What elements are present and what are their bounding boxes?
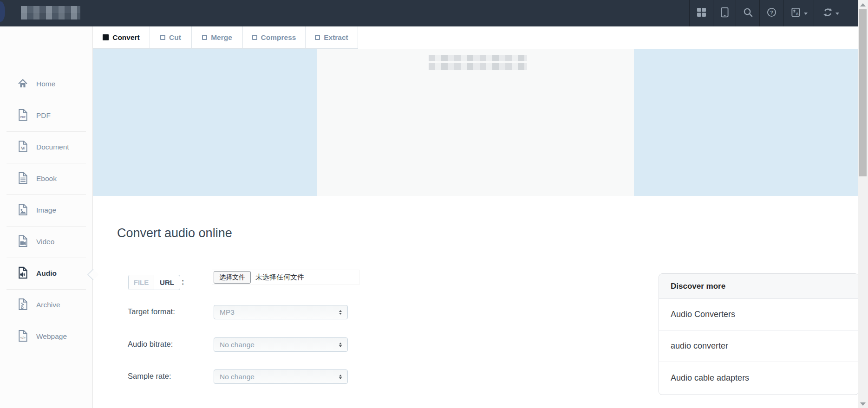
url-tab-button[interactable]: URL — [154, 275, 180, 290]
discover-more-panel: Discover more Audio Converters audio con… — [659, 273, 859, 395]
file-archive-icon — [17, 298, 28, 312]
sidebar-item-webpage[interactable]: </> Webpage — [0, 321, 92, 352]
sidebar-item-label: Webpage — [36, 332, 67, 341]
select-stepper-icon — [339, 310, 342, 315]
tab-compress[interactable]: Compress — [243, 26, 306, 49]
topbar-nav: ? A — [689, 0, 848, 26]
sidebar-item-label: Archive — [36, 301, 60, 309]
apps-grid-icon — [697, 7, 706, 19]
sidebar-item-audio[interactable]: Audio — [0, 258, 92, 289]
action-tabs: Convert Cut Merge Compress Extract — [93, 26, 358, 49]
audio-bitrate-label: Audio bitrate: — [128, 340, 173, 349]
scroll-up-arrow-icon[interactable] — [860, 3, 866, 6]
sidebar-item-label: Home — [36, 80, 55, 88]
language-icon: A — [790, 7, 801, 19]
scrollbar-thumb[interactable] — [859, 9, 867, 176]
tab-merge[interactable]: Merge — [192, 26, 243, 49]
file-input[interactable]: 选择文件 未选择任何文件 — [212, 270, 359, 285]
sample-rate-label: Sample rate: — [128, 372, 171, 381]
sidebar-item-label: Audio — [36, 269, 57, 278]
sidebar-item-document[interactable]: W Document — [0, 131, 92, 163]
audio-bitrate-select[interactable]: No change — [214, 337, 348, 352]
discover-more-title: Discover more — [659, 274, 858, 299]
file-status-text: 未选择任何文件 — [255, 273, 304, 282]
site-logo[interactable] — [21, 6, 80, 19]
blurred-ad-text — [429, 55, 527, 70]
sidebar: Home PDF PDF W Document Ebook Image — [0, 26, 93, 408]
mobile-device-icon — [721, 7, 729, 19]
tab-label: Convert — [112, 33, 140, 42]
file-pdf-icon: PDF — [17, 109, 28, 123]
help-icon: ? — [767, 7, 777, 19]
checkbox-empty-icon — [252, 35, 257, 40]
mobile-device-button[interactable] — [713, 0, 736, 26]
file-audio-icon — [17, 266, 28, 281]
choose-file-button[interactable]: 选择文件 — [214, 271, 251, 284]
file-video-icon — [17, 235, 28, 249]
vertical-scrollbar[interactable] — [858, 0, 868, 408]
checkbox-empty-icon — [202, 35, 207, 40]
search-icon — [743, 7, 753, 19]
target-format-label: Target format: — [128, 307, 175, 316]
tab-label: Merge — [211, 33, 232, 42]
sidebar-item-label: Image — [36, 206, 56, 214]
page-title: Convert audio online — [117, 226, 232, 240]
refresh-menu-button[interactable] — [814, 0, 848, 26]
discover-link-audio-cable-adapters[interactable]: Audio cable adapters — [659, 362, 858, 394]
toggle-colon: : — [182, 278, 184, 286]
svg-text:W: W — [21, 146, 26, 151]
sidebar-item-label: Document — [36, 143, 69, 151]
apps-grid-button[interactable] — [689, 0, 713, 26]
svg-text:A: A — [796, 12, 799, 16]
sidebar-item-home[interactable]: Home — [0, 68, 92, 100]
sidebar-item-archive[interactable]: Archive — [0, 289, 92, 321]
ad-banner-area — [93, 49, 858, 196]
refresh-icon — [823, 7, 833, 19]
logo-edge-decoration — [0, 1, 5, 22]
discover-link-audio-converter[interactable]: audio converter — [659, 330, 858, 362]
ad-banner-left — [93, 49, 317, 196]
source-toggle: FILE URL — [128, 275, 180, 290]
svg-text:PDF: PDF — [20, 115, 26, 118]
sidebar-item-label: Video — [36, 238, 54, 246]
sidebar-item-video[interactable]: Video — [0, 226, 92, 258]
checkbox-empty-icon — [160, 35, 165, 40]
sidebar-item-ebook[interactable]: Ebook — [0, 163, 92, 194]
file-tab-button[interactable]: FILE — [129, 275, 154, 290]
search-button[interactable] — [736, 0, 759, 26]
select-value: No change — [220, 373, 255, 381]
select-value: No change — [220, 341, 255, 349]
target-format-select[interactable]: MP3 — [214, 305, 348, 319]
sidebar-item-pdf[interactable]: PDF PDF — [0, 100, 92, 131]
language-menu-button[interactable]: A — [783, 0, 814, 26]
sidebar-item-image[interactable]: Image — [0, 194, 92, 226]
checkbox-empty-icon — [315, 35, 320, 40]
select-stepper-icon — [339, 375, 342, 379]
svg-text:?: ? — [770, 10, 773, 15]
file-code-icon: </> — [17, 330, 28, 344]
topbar: ? A — [0, 0, 858, 26]
scroll-down-arrow-icon[interactable] — [860, 402, 866, 406]
discover-link-audio-converters[interactable]: Audio Converters — [659, 299, 858, 330]
sidebar-item-label: Ebook — [36, 175, 57, 183]
caret-down-icon — [835, 13, 839, 17]
tab-cut[interactable]: Cut — [150, 26, 192, 49]
sidebar-item-label: PDF — [36, 111, 51, 120]
sample-rate-select[interactable]: No change — [214, 369, 348, 384]
file-text-icon — [17, 172, 28, 186]
ad-banner-right — [634, 49, 858, 196]
file-word-icon: W — [17, 140, 28, 155]
tab-label: Cut — [169, 33, 181, 42]
tab-label: Compress — [261, 33, 296, 42]
tab-convert[interactable]: Convert — [93, 26, 150, 49]
select-value: MP3 — [220, 308, 235, 317]
checkbox-filled-icon — [103, 34, 109, 40]
select-stepper-icon — [339, 343, 342, 347]
tab-label: Extract — [324, 33, 348, 42]
tab-extract[interactable]: Extract — [306, 26, 358, 49]
caret-down-icon — [804, 13, 808, 17]
home-icon — [17, 77, 28, 91]
svg-text:</>: </> — [20, 336, 26, 340]
help-button[interactable]: ? — [759, 0, 783, 26]
sidebar-list: Home PDF PDF W Document Ebook Image — [0, 68, 92, 352]
